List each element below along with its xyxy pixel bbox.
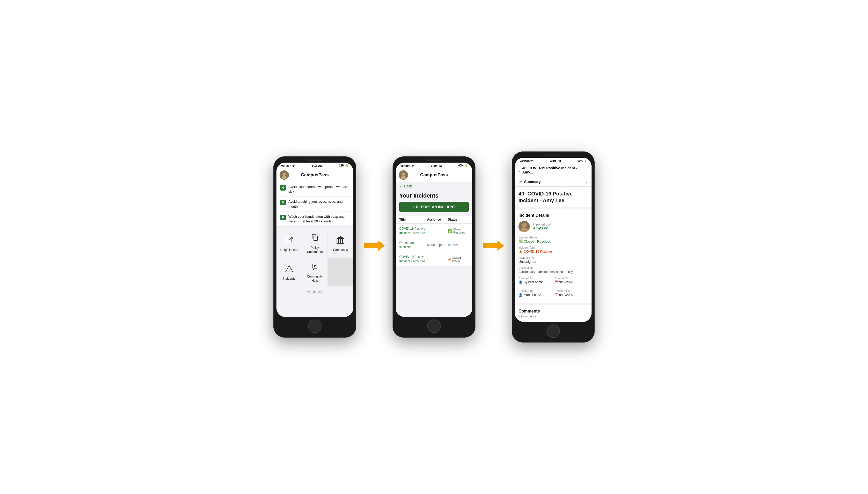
row3-assignee: -: [427, 258, 448, 261]
incident-main-title: 40: COVID-19 Positive Incident - Amy Lee: [518, 190, 588, 204]
row1-title: COVID-19 Positive Incident - Amy Lee: [399, 227, 427, 235]
field-incident-status: Incident Status ✅ Closed - Resolved: [518, 236, 588, 243]
guideline-number-5: 5: [280, 200, 286, 205]
header-status: Status: [448, 218, 469, 221]
field-label-status: Incident Status: [518, 236, 588, 239]
grid-policy-documents[interactable]: Policy Documents: [302, 229, 328, 258]
nav-bar-1: CampusPass: [276, 168, 353, 182]
green-check-icon-1: ✅: [448, 229, 453, 233]
phone-2: Verizon 3:19 PM 60% 🔋 CampusPass: [392, 156, 476, 338]
row2-title: Out of hand sanitizer: [399, 241, 427, 250]
scene: Verizon 1:16 AM 22% 🔋 CampusPass: [273, 151, 595, 343]
row1-status: ✅ Closed - Resolved: [448, 228, 469, 234]
time-2: 3:19 PM: [431, 164, 442, 167]
field-label-updated-on: Updated On: [554, 289, 588, 292]
screen-2: ← Back Your Incidents + REPORT AN INCIDE…: [396, 182, 472, 317]
svg-point-24: [401, 176, 406, 179]
field-updated-by: Updated By 👤 Maria Lopez: [518, 289, 552, 297]
status-left-1: Verizon: [281, 164, 295, 167]
field-incident-type: Incident Type ⚠️ COVID-19 Positive: [518, 246, 588, 253]
helpful-links-label: Helpful Links: [280, 248, 298, 252]
icon-grid: Helpful Links Policy Documents: [276, 229, 353, 286]
policy-docs-icon: [311, 234, 319, 244]
updated-by-text: Maria Lopez: [524, 293, 541, 297]
field-value-updated-on: 📅 9/13/2020: [554, 293, 588, 297]
status-right-3: 60% 🔋: [577, 159, 587, 162]
helpful-links-icon: [285, 236, 293, 246]
battery-icon-1: 🔋: [345, 164, 349, 167]
field-status-text: Closed - Resolved: [524, 240, 551, 243]
summary-label: Summary: [524, 180, 583, 184]
table-row[interactable]: COVID-19 Positive Incident - Amy Lee - ✅…: [396, 224, 472, 238]
guidelines-list: 4 Avoid close contact with people who ar…: [276, 182, 353, 227]
header-title: Title: [399, 218, 427, 221]
row3-status: ⊗ Closed - Invalid: [448, 256, 469, 262]
field-label-updated-by: Updated By: [518, 289, 552, 292]
nav-title-1: CampusPass: [292, 172, 338, 177]
screen-3: 🗂 Summary ∨ 40: COVID-19 Positive Incide…: [515, 177, 592, 322]
back-chevron-icon[interactable]: ‹: [518, 167, 520, 173]
battery-icon-3: 🔋: [584, 159, 587, 162]
check-icon: ✅: [518, 240, 523, 243]
details-heading: Incident Details: [518, 213, 588, 218]
svg-point-1: [282, 176, 287, 179]
comments-section: Comments 2 Comments: [515, 305, 592, 322]
guideline-6: 6 Wash your hands often with soap and wa…: [276, 212, 353, 227]
row2-assignee: Maria Lopez: [427, 243, 448, 247]
wifi-icon-3: [530, 159, 534, 162]
incidents-table: Title Assignee Status COVID-19 Positive …: [396, 216, 472, 266]
svg-marker-22: [364, 241, 385, 251]
wifi-icon-2: [411, 165, 414, 167]
impacted-user-name: Amy Lee: [533, 226, 552, 230]
field-assigned-to: Assigned To Unassigned: [518, 256, 588, 264]
field-created-on: Created On 📅 9/13/2020: [554, 277, 588, 284]
svg-point-19: [289, 270, 290, 271]
created-by-text: System Admin: [524, 280, 543, 284]
nav-bar-2: CampusPass: [396, 168, 472, 182]
field-value-status: ✅ Closed - Resolved: [518, 240, 588, 243]
grid-community-help[interactable]: Community Help: [302, 258, 328, 286]
user-info: Impacted User Amy Lee: [533, 223, 552, 230]
detail-header: ‹ 40: COVID-19 Positive Incident - Amy..…: [515, 164, 592, 177]
svg-marker-25: [483, 241, 504, 251]
grid-helpful-links[interactable]: Helpful Links: [276, 229, 302, 258]
phone-3: Verizon 3:19 PM 60% 🔋 ‹ 40: COVID-19 Pos…: [512, 151, 595, 343]
field-updated-on: Updated On 📅 9/13/2020: [554, 289, 588, 297]
back-arrow-icon-2: ←: [399, 184, 403, 188]
summary-toggle[interactable]: 🗂 Summary ∨: [515, 177, 592, 186]
phone-1: Verizon 1:16 AM 22% 🔋 CampusPass: [273, 156, 356, 338]
chevron-down-icon: ∨: [585, 180, 588, 184]
svg-rect-10: [340, 240, 341, 241]
guideline-text-5: Avoid touching your eyes, nose, and mout…: [289, 200, 350, 209]
back-label-2: Back: [404, 184, 412, 188]
row2-status-text: Open: [451, 243, 459, 246]
field-created-by: Created By 👤 System Admin: [518, 277, 552, 284]
svg-point-29: [521, 228, 528, 232]
home-button-1: [308, 320, 321, 333]
orange-x-icon: ⊗: [448, 257, 451, 261]
report-incident-btn[interactable]: + REPORT AN INCIDENT: [399, 202, 469, 212]
table-row[interactable]: Out of hand sanitizer Maria Lopez ⟳ Open: [396, 238, 472, 252]
battery-2: 60%: [458, 164, 464, 167]
status-bar-2: Verizon 3:19 PM 60% 🔋: [396, 163, 472, 168]
folder-icon: 🗂: [518, 180, 522, 184]
table-row[interactable]: COVID-19 Positive Incident - Amy Lee - ⊗…: [396, 252, 472, 266]
back-link-2[interactable]: ← Back: [396, 182, 472, 190]
carrier-3: Verizon: [519, 159, 530, 162]
svg-rect-11: [342, 240, 343, 241]
svg-rect-2: [286, 237, 291, 242]
row1-status-text: Closed - Resolved: [454, 228, 469, 234]
phone-speaker-3: [546, 155, 561, 156]
policy-docs-label: Policy Documents: [305, 246, 325, 254]
grid-campuses[interactable]: Campuses: [328, 229, 353, 258]
field-label-created-by: Created By: [518, 277, 552, 280]
svg-point-28: [522, 223, 526, 227]
guideline-4: 4 Avoid close contact with people who ar…: [276, 182, 353, 197]
summary-section: 🗂 Summary ∨: [515, 177, 592, 187]
field-value-assigned: Unassigned: [518, 260, 588, 264]
avatar-1: [280, 170, 289, 180]
grid-incidents[interactable]: Incidents: [276, 258, 302, 286]
campuses-icon: [336, 236, 345, 246]
field-label-type: Incident Type: [518, 246, 588, 249]
meta-grid: Created By 👤 System Admin Created On 📅 9…: [518, 277, 588, 300]
